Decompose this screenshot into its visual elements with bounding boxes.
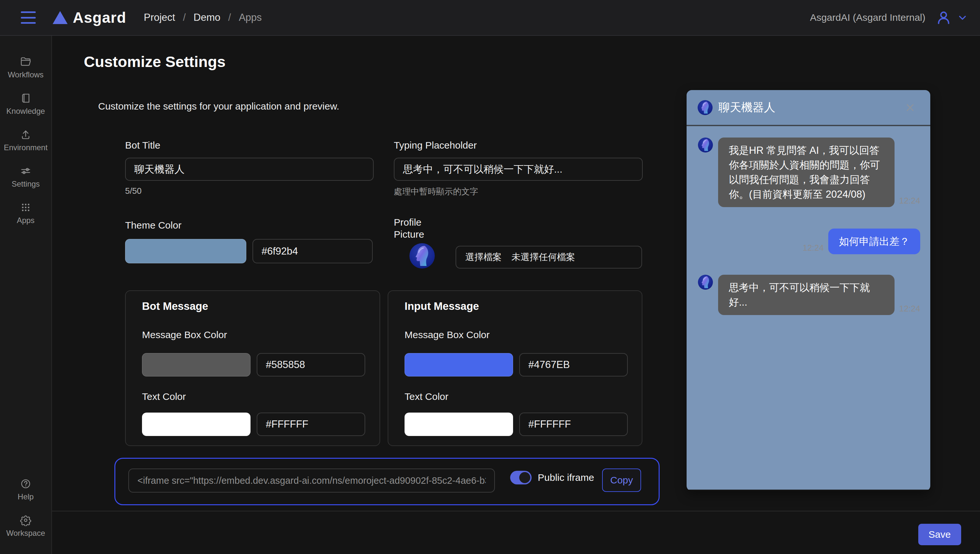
sidebar-item-label: Help	[18, 492, 33, 501]
input-message-panel: Input Message Message Box Color Text Col…	[388, 291, 643, 446]
bot-text-color-swatch[interactable]	[142, 413, 251, 436]
message-timestamp: 12:24	[899, 196, 920, 207]
main-content: Customize Settings Customize the setting…	[52, 36, 980, 554]
input-box-color-hex-input[interactable]	[519, 353, 628, 377]
close-icon[interactable]	[904, 102, 916, 113]
input-box-color-swatch[interactable]	[404, 353, 513, 377]
chevron-down-icon[interactable]	[956, 11, 969, 24]
breadcrumb: Project / Demo / Apps	[144, 12, 262, 23]
hamburger-menu-icon[interactable]	[21, 11, 36, 24]
bot-avatar	[698, 100, 713, 115]
sidebar-item-settings[interactable]: Settings	[0, 161, 51, 192]
chat-preview-panel: 聊天機器人 我是HR 常見問答 AI，我可以回答你各項關於人資相關的問題，你可以…	[687, 90, 930, 491]
help-icon	[20, 478, 32, 490]
input-text-color-swatch[interactable]	[404, 413, 513, 436]
sidebar-item-label: Knowledge	[6, 107, 45, 116]
footer-divider	[52, 511, 980, 511]
sliders-icon	[20, 165, 32, 177]
copy-button[interactable]: Copy	[602, 468, 641, 492]
chat-body: 我是HR 常見問答 AI，我可以回答你各項關於人資相關的問題，你可以問我任何問題…	[687, 126, 930, 490]
bot-title-label: Bot Title	[125, 140, 160, 151]
sidebar-item-help[interactable]: Help	[0, 474, 51, 505]
file-status-text: 未選擇任何檔案	[511, 251, 575, 263]
bot-message-title: Bot Message	[142, 300, 208, 313]
profile-picture-file-input[interactable]: 選擇檔案 未選擇任何檔案	[455, 246, 642, 268]
chat-header: 聊天機器人	[687, 90, 930, 126]
theme-color-label: Theme Color	[125, 220, 181, 231]
message-timestamp: 12:24	[899, 304, 920, 315]
bot-title-counter: 5/50	[125, 186, 142, 196]
breadcrumb-apps-current: Apps	[239, 12, 262, 23]
breadcrumb-project[interactable]: Project	[144, 12, 175, 23]
public-iframe-toggle[interactable]	[510, 471, 531, 484]
sidebar-item-label: Apps	[17, 216, 35, 225]
bot-message-bubble: 思考中，可不可以稍候一下下就好...	[718, 275, 894, 315]
grid-dots-icon	[20, 201, 32, 213]
choose-file-button[interactable]: 選擇檔案	[465, 251, 502, 263]
bot-box-color-label: Message Box Color	[142, 329, 227, 340]
asgard-logo-icon	[52, 11, 68, 24]
theme-color-hex-input[interactable]	[253, 239, 373, 263]
typing-placeholder-input[interactable]	[394, 158, 643, 181]
chat-message-bot: 思考中，可不可以稍候一下下就好... 12:24	[698, 275, 920, 315]
account-name: AsgardAI (Asgard Internal)	[810, 12, 926, 23]
input-text-color-label: Text Color	[404, 391, 449, 402]
embed-iframe-box: Public iframe Copy	[115, 458, 660, 505]
settings-form: Bot Title 5/50 Typing Placeholder 處理中暫時顯…	[125, 137, 661, 511]
profile-picture-label: Profile Picture	[394, 216, 424, 240]
sidebar: Workflows Knowledge Environment Settings	[0, 36, 52, 554]
folder-icon	[20, 56, 32, 68]
bot-message-bubble: 我是HR 常見問答 AI，我可以回答你各項關於人資相關的問題，你可以問我任何問題…	[718, 137, 894, 207]
save-button[interactable]: Save	[918, 524, 961, 545]
sidebar-item-apps[interactable]: Apps	[0, 198, 51, 229]
chat-title: 聊天機器人	[718, 100, 775, 115]
sidebar-item-workflows[interactable]: Workflows	[0, 52, 51, 83]
user-message-bubble: 如何申請出差？	[828, 228, 920, 254]
sidebar-item-label: Environment	[4, 143, 48, 152]
user-icon[interactable]	[935, 9, 952, 26]
bot-avatar	[698, 275, 713, 290]
input-message-title: Input Message	[404, 300, 479, 313]
bot-title-input[interactable]	[125, 158, 374, 181]
page-title: Customize Settings	[84, 53, 226, 70]
input-text-color-hex-input[interactable]	[519, 413, 628, 436]
breadcrumb-demo[interactable]: Demo	[194, 12, 221, 23]
sidebar-item-workspace[interactable]: Workspace	[0, 511, 51, 542]
bot-avatar	[698, 137, 713, 152]
profile-picture-avatar[interactable]	[409, 243, 435, 268]
chat-message-bot: 我是HR 常見問答 AI，我可以回答你各項關於人資相關的問題，你可以問我任何問題…	[698, 137, 920, 207]
sidebar-item-label: Workspace	[6, 528, 45, 538]
toggle-knob	[519, 472, 530, 483]
page-subtitle: Customize the settings for your applicat…	[98, 101, 339, 112]
breadcrumb-separator: /	[183, 12, 186, 23]
brand-name: Asgard	[73, 9, 126, 26]
sidebar-item-knowledge[interactable]: Knowledge	[0, 88, 51, 120]
input-box-color-label: Message Box Color	[404, 329, 490, 340]
sidebar-item-environment[interactable]: Environment	[0, 125, 51, 156]
theme-color-swatch[interactable]	[125, 239, 246, 263]
top-navbar: Asgard Project / Demo / Apps AsgardAI (A…	[0, 0, 980, 36]
book-icon	[20, 92, 32, 104]
gear-icon	[20, 514, 32, 526]
typing-placeholder-label: Typing Placeholder	[394, 140, 477, 151]
bot-text-color-hex-input[interactable]	[257, 413, 365, 436]
typing-placeholder-helper: 處理中暫時顯示的文字	[394, 186, 478, 197]
profile-label-line2: Picture	[394, 229, 424, 239]
bot-message-panel: Bot Message Message Box Color Text Color	[125, 291, 380, 446]
profile-label-line1: Profile	[394, 217, 422, 228]
bot-box-color-swatch[interactable]	[142, 353, 251, 377]
chat-message-user: 12:24 如何申請出差？	[698, 228, 920, 254]
message-timestamp: 12:24	[803, 243, 824, 254]
upload-icon	[20, 129, 32, 140]
public-iframe-label: Public iframe	[538, 472, 594, 483]
bot-box-color-hex-input[interactable]	[257, 353, 365, 377]
breadcrumb-separator: /	[228, 12, 231, 23]
bot-text-color-label: Text Color	[142, 391, 186, 402]
sidebar-item-label: Settings	[12, 179, 40, 188]
embed-code-input[interactable]	[128, 468, 495, 493]
sidebar-item-label: Workflows	[8, 70, 43, 79]
